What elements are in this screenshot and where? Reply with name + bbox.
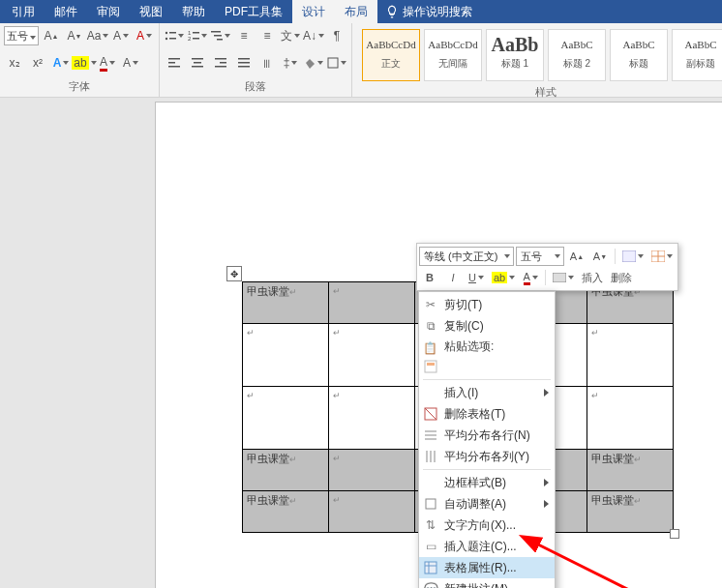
table-move-handle[interactable]: ✥	[226, 266, 242, 281]
mini-underline-button[interactable]: U	[466, 269, 487, 286]
svg-rect-10	[217, 39, 223, 41]
ctx-paste-option-1[interactable]	[419, 356, 555, 377]
table-cell[interactable]: ↵	[329, 282, 415, 324]
phonetic-guide-button[interactable]: A	[134, 25, 155, 46]
table-cell[interactable]: ↵	[329, 324, 415, 387]
ctx-text-direction[interactable]: ⇅ 文字方向(X)...	[419, 514, 555, 536]
table-cell[interactable]: ↵	[329, 387, 415, 450]
mini-delete-button[interactable]: 删除	[608, 269, 635, 286]
align-center-button[interactable]	[187, 52, 208, 74]
table-cell[interactable]: 甲虫课堂↵	[243, 491, 329, 533]
ctx-distribute-cols[interactable]: 平均分布各列(Y)	[419, 446, 555, 467]
tell-me-search[interactable]: 操作说明搜索	[385, 4, 472, 20]
clear-format-button[interactable]: A	[110, 25, 132, 46]
paste-icon: 📋	[423, 338, 438, 354]
change-case-button[interactable]: Aa	[87, 25, 108, 46]
table-cell[interactable]: 甲虫课堂↵	[243, 282, 329, 324]
decrease-indent-button[interactable]: ≡	[233, 25, 255, 46]
style-gallery[interactable]: AaBbCcDd正文AaBbCcDd无间隔AaBb标题 1AaBbC标题 2Aa…	[356, 25, 722, 85]
align-right-button[interactable]	[210, 52, 231, 74]
superscript-button[interactable]: x²	[27, 52, 48, 74]
table-cell[interactable]: 甲虫课堂↵	[587, 491, 674, 533]
table-cell[interactable]: ↵	[243, 324, 329, 387]
tab-view[interactable]: 视图	[130, 0, 172, 23]
increase-indent-button[interactable]: ≡	[256, 25, 278, 46]
highlight-button[interactable]: ab	[74, 52, 95, 74]
table-resize-handle[interactable]	[670, 529, 679, 539]
mini-font-color-button[interactable]: A	[520, 269, 541, 286]
char-border-button[interactable]: A	[120, 52, 141, 74]
bullets-button[interactable]	[164, 25, 185, 46]
ctx-cut[interactable]: ✂ 剪切(T)	[419, 294, 555, 315]
svg-rect-17	[215, 58, 226, 60]
shading-button[interactable]	[303, 52, 324, 74]
table-cell[interactable]: ↵	[587, 324, 674, 387]
style-card-0[interactable]: AaBbCcDd正文	[362, 29, 420, 81]
svg-rect-3	[169, 38, 176, 40]
styles-icon	[622, 250, 636, 262]
ctx-border-style[interactable]: 边框样式(B)	[419, 472, 555, 493]
menu-bar: 引用 邮件 审阅 视图 帮助 PDF工具集 设计 布局 操作说明搜索	[0, 0, 722, 23]
style-card-4[interactable]: AaBbC标题	[610, 29, 668, 81]
table-cell[interactable]: 甲虫课堂↵	[587, 450, 674, 491]
table-cell[interactable]: 甲虫课堂↵	[243, 450, 329, 491]
mini-new-table-button[interactable]	[648, 248, 676, 265]
mini-font-name-combo[interactable]: 等线 (中文正文)	[419, 247, 514, 266]
ctx-insert-caption[interactable]: ▭ 插入题注(C)...	[419, 536, 555, 557]
show-marks-button[interactable]: ¶	[326, 25, 347, 46]
multilevel-list-button[interactable]	[210, 25, 231, 46]
ctx-delete-table[interactable]: 删除表格(T)	[419, 403, 555, 425]
mini-grow-font[interactable]: A▲	[566, 248, 587, 265]
ctx-insert[interactable]: 插入(I)	[419, 382, 555, 403]
style-card-5[interactable]: AaBbC副标题	[672, 29, 722, 81]
line-spacing-button[interactable]: ‡	[280, 52, 301, 74]
style-card-2[interactable]: AaBb标题 1	[486, 29, 544, 81]
mini-styles-button[interactable]	[619, 248, 647, 265]
sort-button[interactable]: A↓	[303, 25, 324, 46]
table-cell[interactable]: ↵	[243, 387, 329, 450]
table-cell[interactable]: ↵	[587, 387, 674, 450]
tab-review[interactable]: 审阅	[87, 0, 130, 23]
text-effects-button[interactable]: A	[50, 52, 72, 74]
svg-line-32	[425, 408, 436, 420]
tab-references[interactable]: 引用	[2, 0, 45, 23]
mini-italic-button[interactable]: I	[442, 269, 464, 286]
distributed-button[interactable]: ⫼	[256, 52, 278, 74]
context-menu: ✂ 剪切(T) ⧉ 复制(C) 📋 粘贴选项: 插入(I) 删除表格(T) 平均…	[418, 291, 556, 588]
numbering-button[interactable]: 12	[187, 25, 208, 46]
ctx-new-comment[interactable]: 💬 新建批注(M)	[419, 578, 555, 588]
style-card-3[interactable]: AaBbC标题 2	[548, 29, 606, 81]
style-card-1[interactable]: AaBbCcDd无间隔	[424, 29, 482, 81]
tab-help[interactable]: 帮助	[172, 0, 215, 23]
font-size-combo[interactable]: 五号	[4, 26, 39, 45]
mini-highlight-button[interactable]: ab	[489, 269, 518, 286]
tab-pdf-tools[interactable]: PDF工具集	[215, 0, 292, 23]
justify-button[interactable]	[233, 52, 255, 74]
paste-keep-source-icon	[423, 359, 438, 374]
tab-layout[interactable]: 布局	[335, 0, 377, 23]
svg-point-2	[165, 38, 167, 40]
subscript-button[interactable]: x₂	[4, 52, 25, 74]
table-cell[interactable]: ↵	[329, 450, 415, 491]
svg-rect-21	[238, 62, 250, 64]
table-cell[interactable]: ↵	[329, 491, 415, 533]
borders-button[interactable]	[326, 52, 347, 74]
ctx-distribute-rows[interactable]: 平均分布各行(N)	[419, 425, 555, 446]
align-left-button[interactable]	[164, 52, 185, 74]
mini-shading-button[interactable]	[550, 269, 577, 286]
tab-design[interactable]: 设计	[292, 0, 335, 23]
grow-font-button[interactable]: A▲	[41, 25, 62, 46]
ctx-copy[interactable]: ⧉ 复制(C)	[419, 315, 555, 337]
lightbulb-icon	[385, 5, 399, 18]
mini-font-size-combo[interactable]: 五号	[516, 247, 564, 266]
mini-insert-button[interactable]: 插入	[579, 269, 606, 286]
tab-mail[interactable]: 邮件	[45, 0, 87, 23]
mini-shrink-font[interactable]: A▼	[589, 248, 611, 265]
mini-bold-button[interactable]: B	[419, 269, 440, 286]
font-color-button[interactable]: A	[97, 52, 118, 74]
text-direction-button[interactable]: 文	[280, 25, 301, 46]
document-canvas: ✥ 甲虫课堂↵↵甲虫课堂↵↵甲虫课堂↵↵↵↵↵↵↵↵↵↵↵甲虫课堂↵↵甲虫课堂↵…	[0, 98, 722, 588]
ctx-table-properties[interactable]: 表格属性(R)...	[419, 557, 555, 578]
ctx-autofit[interactable]: 自动调整(A)	[419, 493, 555, 514]
shrink-font-button[interactable]: A▼	[64, 25, 85, 46]
